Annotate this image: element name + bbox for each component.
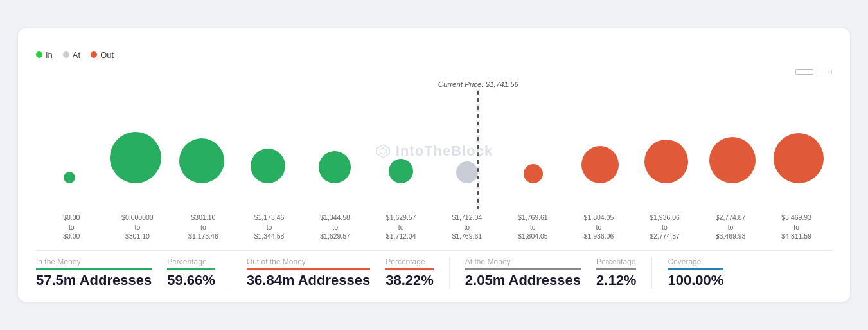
stat-label-4: At the Money [465,257,581,270]
stat-label-3: Percentage [385,257,434,270]
bubble-10 [709,137,756,183]
legend-out: Out [91,50,114,60]
stat-value-5: 2.12% [596,272,636,289]
bubbles-row [36,80,832,183]
range-label-5: $1,629.57to$1,712.04 [368,213,434,241]
stats-row: In the Money57.5m AddressesPercentage59.… [36,257,832,289]
bubble-col-5 [368,159,434,183]
stat-group-0: In the Money57.5m Addresses [36,257,167,289]
range-row: $0.00to$0.00$0,000000to$301.10$301.10to$… [36,213,832,241]
legend: In At Out [36,50,832,60]
bubble-2 [179,138,224,183]
stat-value-0: 57.5m Addresses [36,272,152,289]
bubble-0 [64,172,75,183]
legend-in: In [36,50,53,60]
stat-group-5: Percentage2.12% [596,257,651,289]
bubble-5 [389,159,413,183]
legend-at: At [63,50,80,60]
range-label-1: $0,000000to$301.10 [105,213,171,241]
stat-value-1: 59.66% [167,272,215,289]
chart-header [36,69,832,75]
toggle-group [795,69,832,75]
legend-label-out: Out [100,50,114,60]
stat-label-5: Percentage [596,257,636,270]
bubble-11 [774,133,824,183]
legend-dot-in [36,51,42,58]
bubble-3 [251,149,285,183]
bubble-col-0 [36,172,102,183]
range-label-11: $3,469.93to$4,811.59 [763,213,829,241]
bubble-col-6 [434,161,500,183]
bubble-9 [644,140,688,183]
stat-group-1: Percentage59.66% [167,257,231,289]
stat-value-6: 100.00% [668,272,723,289]
bubble-col-8 [567,146,633,183]
legend-label-at: At [73,50,80,60]
legend-label-in: In [46,50,53,60]
bubble-8 [581,146,619,183]
bubble-6 [456,161,478,183]
range-label-8: $1,804.05to$1,936.06 [566,213,632,241]
stat-label-2: Out of the Money [247,257,370,270]
stat-group-2: Out of the Money36.84m Addresses [231,257,385,289]
stat-group-3: Percentage38.22% [385,257,449,289]
range-label-10: $2,774.87to$3,469.93 [698,213,764,241]
bubble-1 [110,132,161,183]
range-label-4: $1,344.58to$1,629.57 [302,213,368,241]
chart-area: Current Price: $1,741.56IntoTheBlock [36,80,832,209]
stat-group-4: At the Money2.05m Addresses [449,257,596,289]
stat-group-6: Coverage100.00% [651,257,739,289]
bubble-col-3 [235,149,301,183]
legend-dot-out [91,51,97,58]
stat-value-2: 36.84m Addresses [247,272,370,289]
toggle-addresses[interactable] [795,69,813,75]
stat-label-6: Coverage [668,257,723,270]
stat-value-3: 38.22% [385,272,434,289]
range-label-9: $1,936.06to$2,774.87 [632,213,698,241]
stat-value-4: 2.05m Addresses [465,272,581,289]
stat-label-0: In the Money [36,257,152,270]
bubble-7 [524,164,543,183]
legend-dot-at [63,51,69,58]
range-label-3: $1,173.46to$1,344.58 [236,213,303,241]
bubble-col-2 [169,138,235,183]
bubble-col-9 [633,140,699,183]
range-label-6: $1,712.04to$1,769.61 [434,213,500,241]
bubble-col-7 [500,164,567,183]
divider [36,250,832,251]
range-label-2: $301.10to$1,173.46 [170,213,236,241]
toggle-volume[interactable] [813,69,831,75]
bubble-4 [319,151,351,183]
range-label-0: $0.00to$0.00 [39,213,105,241]
bubble-col-1 [102,132,168,183]
card: In At Out Current Price: $1,741.56IntoTh… [18,28,850,302]
range-label-7: $1,769.61to$1,804.05 [500,213,566,241]
bubble-col-4 [301,151,368,183]
stat-label-1: Percentage [167,257,215,270]
bubble-col-11 [766,133,832,183]
bubble-col-10 [700,137,766,183]
